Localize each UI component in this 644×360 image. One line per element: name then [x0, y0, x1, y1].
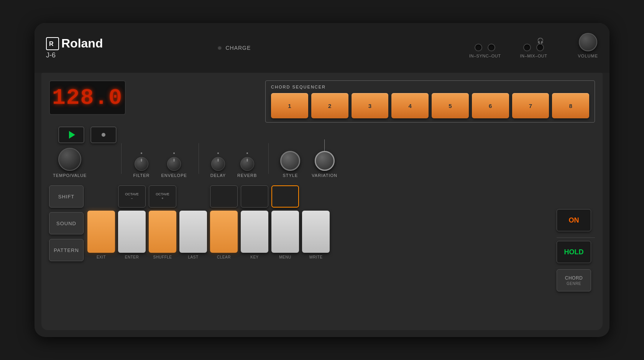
- tempo-knob[interactable]: [58, 148, 81, 171]
- delay-label: DELAY: [210, 173, 226, 178]
- sync-in-jack: [475, 44, 482, 51]
- chord-genre-button[interactable]: CHORD GENRE: [557, 269, 591, 291]
- key-label: KEY: [250, 255, 259, 259]
- divider-1: [121, 143, 122, 174]
- roland-logo: R Roland: [46, 36, 103, 51]
- sync-jacks: [475, 44, 495, 51]
- stop-icon: [102, 133, 105, 137]
- enter-label: ENTER: [125, 255, 139, 259]
- sync-connector-group: IN–SYNC–OUT: [469, 44, 501, 58]
- clear-key-col: CLEAR: [210, 211, 238, 259]
- style-knob[interactable]: [280, 151, 300, 171]
- menu-key[interactable]: [271, 211, 299, 253]
- white-keys-row: EXIT ENTER SHUFFLE LAST: [87, 211, 553, 259]
- top-bar: R Roland J-6 CHARGE IN–SYNC–OUT: [34, 23, 610, 73]
- stop-button[interactable]: [90, 126, 117, 143]
- knobs-row: TEMPO/VALUE FILTER ENVELOPE DELAY: [49, 139, 595, 178]
- reverb-dot: [246, 152, 248, 154]
- piano-area: OCTAVE− OCTAVE+: [87, 185, 553, 259]
- volume-knob[interactable]: [579, 33, 597, 51]
- hold-label: HOLD: [564, 248, 584, 256]
- black-key-5[interactable]: [241, 185, 268, 208]
- sync-label: IN–SYNC–OUT: [469, 54, 501, 58]
- hold-button[interactable]: HOLD: [557, 241, 591, 263]
- reverb-knob-group: REVERB: [237, 152, 257, 178]
- write-key[interactable]: [302, 211, 330, 253]
- filter-dot: [141, 152, 142, 154]
- right-panel: ON HOLD CHORD GENRE: [557, 185, 595, 291]
- envelope-label: ENVELOPE: [161, 173, 187, 178]
- clear-key[interactable]: [210, 211, 238, 253]
- envelope-knob[interactable]: [167, 157, 181, 171]
- delay-knob-group: DELAY: [210, 152, 226, 178]
- black-key-6-active[interactable]: [271, 185, 299, 208]
- reverb-knob[interactable]: [240, 157, 254, 171]
- divider-3: [268, 143, 269, 174]
- octave-plus-key[interactable]: OCTAVE+: [149, 185, 176, 208]
- variation-knob-group: VARIATION: [312, 151, 337, 178]
- black-key-4[interactable]: [210, 185, 238, 208]
- volume-label: VOLUME: [578, 54, 598, 58]
- brand-name: Roland: [61, 36, 103, 51]
- exit-key[interactable]: [87, 211, 115, 253]
- delay-knob[interactable]: [211, 157, 225, 171]
- chord-seq-btn-7[interactable]: 7: [512, 93, 549, 118]
- chord-seq-buttons: 1 2 3 4 5 6 7 8: [271, 93, 589, 118]
- shuffle-key[interactable]: [149, 211, 176, 253]
- left-buttons: SHIFT SOUND PATTERN: [49, 185, 84, 261]
- clear-label: CLEAR: [217, 255, 231, 259]
- svg-text:R: R: [49, 41, 54, 47]
- variation-label: VARIATION: [312, 173, 337, 178]
- mix-in-jack: [523, 44, 531, 51]
- main-panel: 128.0 CHORD SEQUENCER 1 2: [41, 73, 603, 330]
- menu-label: MENU: [279, 255, 291, 259]
- shuffle-label: SHUFFLE: [153, 255, 172, 259]
- last-key-col: LAST: [179, 211, 207, 259]
- style-variation-area: STYLE VARIATION: [280, 139, 337, 178]
- roland-j6-device: R Roland J-6 CHARGE IN–SYNC–OUT: [34, 23, 610, 337]
- brand-area: R Roland J-6: [46, 36, 103, 59]
- headphone-jack: 🎧: [536, 44, 544, 51]
- model-name: J-6: [46, 51, 103, 59]
- pattern-label: PATTERN: [54, 247, 79, 253]
- sync-out-jack: [488, 44, 495, 51]
- shift-button[interactable]: SHIFT: [49, 185, 84, 208]
- exit-label: EXIT: [97, 255, 106, 259]
- play-button[interactable]: [58, 126, 84, 143]
- chord-seq-btn-1[interactable]: 1: [271, 93, 308, 118]
- on-button[interactable]: ON: [557, 209, 591, 231]
- chord-seq-btn-6[interactable]: 6: [472, 93, 509, 118]
- envelope-dot: [173, 152, 175, 154]
- sound-button[interactable]: SOUND: [49, 212, 84, 234]
- last-key[interactable]: [179, 211, 207, 253]
- bpm-display: 128.0: [49, 80, 126, 115]
- play-icon: [69, 131, 75, 139]
- shuffle-key-col: SHUFFLE: [149, 211, 176, 259]
- enter-key[interactable]: [118, 211, 146, 253]
- filter-knob[interactable]: [135, 157, 148, 171]
- charge-area: CHARGE: [218, 45, 251, 51]
- chord-seq-btn-4[interactable]: 4: [391, 93, 429, 118]
- connectors-area: IN–SYNC–OUT 🎧 IN–MIX–OUT VOLUME: [469, 33, 598, 63]
- variation-knob[interactable]: [315, 151, 335, 171]
- envelope-knob-group: ENVELOPE: [161, 152, 187, 178]
- tempo-label: TEMPO/VALUE: [53, 173, 87, 178]
- chord-sequencer-label: CHORD SEQUENCER: [271, 85, 589, 89]
- pattern-button[interactable]: PATTERN: [49, 239, 84, 261]
- on-label: ON: [569, 216, 579, 224]
- chord-seq-btn-5[interactable]: 5: [432, 93, 469, 118]
- chord-right-label: CHORD: [565, 275, 583, 281]
- divider-2: [199, 143, 199, 174]
- genre-label: GENRE: [567, 281, 581, 286]
- write-label: WRITE: [309, 255, 323, 259]
- chord-seq-btn-8[interactable]: 8: [552, 93, 589, 118]
- volume-group: VOLUME: [578, 33, 598, 58]
- chord-seq-btn-2[interactable]: 2: [311, 93, 348, 118]
- panel-top-row: 128.0 CHORD SEQUENCER 1 2: [49, 80, 595, 130]
- octave-minus-key[interactable]: OCTAVE−: [118, 185, 146, 208]
- key-key[interactable]: [241, 211, 268, 253]
- sound-label: SOUND: [56, 221, 76, 226]
- keys-section: SHIFT SOUND PATTERN OCTAVE−: [49, 185, 595, 291]
- filter-label: FILTER: [133, 173, 150, 178]
- chord-seq-btn-3[interactable]: 3: [352, 93, 389, 118]
